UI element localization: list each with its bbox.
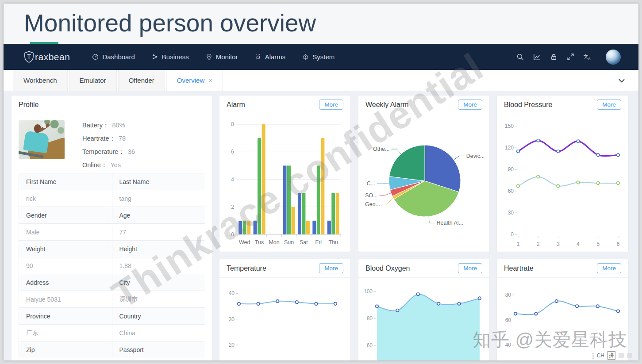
ime-language-bar[interactable]: CH 拼 bbox=[592, 351, 632, 360]
nav-item-label: Monitor bbox=[216, 53, 238, 61]
svg-text:2: 2 bbox=[231, 204, 234, 210]
blood-pressure-line-chart: 0306090120150123456 bbox=[500, 117, 624, 249]
more-button-blood-pressure[interactable]: More bbox=[597, 100, 621, 110]
dashboard-slide: Monitored person overview T raxbean Dash… bbox=[4, 4, 638, 360]
table-row: ProvinceCountry bbox=[19, 308, 205, 325]
svg-text:8: 8 bbox=[231, 121, 234, 127]
lock-icon[interactable] bbox=[550, 53, 557, 61]
nav-item-business[interactable]: Business bbox=[152, 53, 189, 61]
more-button-blood-oxygen[interactable]: More bbox=[458, 263, 482, 273]
tab-offender[interactable]: Offender bbox=[118, 70, 165, 91]
chevron-down-icon[interactable] bbox=[617, 76, 626, 85]
svg-text:20: 20 bbox=[229, 342, 235, 348]
svg-text:Mon: Mon bbox=[269, 239, 279, 245]
logo[interactable]: T raxbean bbox=[24, 51, 70, 63]
tab-bar: WorkbenchEmulatorOffenderOverview× bbox=[4, 70, 638, 91]
temperature-card-title: Temperature bbox=[227, 264, 266, 272]
tab-label: Workbench bbox=[23, 77, 57, 84]
profile-card-title: Profile bbox=[19, 101, 38, 109]
tab-emulator[interactable]: Emulator bbox=[69, 70, 117, 91]
ime-extra-icon[interactable] bbox=[627, 353, 632, 358]
nav-item-alarms[interactable]: Alarms bbox=[255, 53, 286, 61]
table-cell: City bbox=[112, 274, 205, 291]
profile-stat-temperature: Temperature：36 bbox=[82, 145, 135, 158]
ime-input-mode[interactable]: 拼 bbox=[607, 351, 615, 360]
table-cell: 深圳市 bbox=[112, 291, 205, 307]
table-row: Haiyue 5031深圳市 bbox=[19, 291, 205, 308]
fullscreen-icon[interactable] bbox=[567, 53, 574, 61]
nav-item-monitor[interactable]: Monitor bbox=[206, 53, 238, 61]
svg-text:4: 4 bbox=[231, 176, 234, 183]
svg-text:60: 60 bbox=[505, 317, 511, 323]
table-row: ricktang bbox=[19, 190, 205, 207]
nav-item-label: Alarms bbox=[265, 53, 286, 61]
nav-item-label: Business bbox=[162, 53, 189, 61]
table-cell: Zip bbox=[19, 341, 112, 358]
profile-stat-online: Online：Yes bbox=[82, 158, 135, 172]
line-chart-icon[interactable] bbox=[533, 53, 541, 61]
nav-item-label: Dashboard bbox=[102, 53, 135, 61]
alarm-card-title: Alarm bbox=[227, 101, 245, 109]
logo-text: raxbean bbox=[35, 52, 70, 62]
svg-text:3: 3 bbox=[557, 241, 560, 247]
svg-text:150: 150 bbox=[505, 123, 514, 129]
page-title: Monitored person overview bbox=[24, 9, 316, 37]
table-cell: Gender bbox=[19, 207, 112, 223]
svg-text:60: 60 bbox=[367, 342, 373, 349]
more-button-weekly-alarm[interactable]: More bbox=[458, 100, 482, 110]
navbar-menu: DashboardBusinessMonitorAlarmsSystem bbox=[92, 53, 334, 61]
table-cell: rick bbox=[19, 190, 112, 207]
table-cell: Height bbox=[112, 241, 205, 257]
tab-overview[interactable]: Overview× bbox=[166, 70, 223, 91]
tab-workbench[interactable]: Workbench bbox=[13, 70, 68, 91]
tab-label: Offender bbox=[129, 77, 154, 84]
svg-text:Sun: Sun bbox=[284, 239, 294, 245]
profile-table: First NameLast NamericktangGenderAgeMale… bbox=[19, 173, 205, 358]
more-button-temperature[interactable]: More bbox=[319, 263, 343, 273]
translate-icon[interactable]: 文A bbox=[584, 53, 591, 61]
search-icon[interactable] bbox=[516, 53, 524, 61]
profile-stat-battery: Battery：80% bbox=[82, 119, 135, 132]
tab-label: Emulator bbox=[80, 77, 106, 84]
table-row: First NameLast Name bbox=[19, 173, 205, 190]
svg-text:0: 0 bbox=[511, 231, 514, 238]
alarm-card: Alarm More 02468WedTusMonSunSatFriThu bbox=[219, 95, 351, 252]
more-button-alarm[interactable]: More bbox=[319, 100, 343, 110]
blood-oxygen-card-title: Blood Oxygen bbox=[365, 264, 410, 272]
svg-text:30: 30 bbox=[229, 316, 235, 322]
location-pin-icon bbox=[206, 54, 212, 60]
svg-text:C...: C... bbox=[367, 180, 375, 187]
svg-text:Devic...: Devic... bbox=[466, 153, 485, 159]
blood-pressure-card: Blood Pressure More 0306090120150123456 bbox=[496, 95, 629, 252]
ime-handle[interactable] bbox=[592, 353, 594, 359]
table-row: ZipPassport bbox=[19, 341, 205, 358]
ime-extra-icon[interactable] bbox=[619, 353, 624, 358]
business-icon bbox=[152, 54, 158, 60]
gear-icon bbox=[302, 54, 309, 60]
svg-text:T: T bbox=[27, 53, 31, 60]
nav-item-dashboard[interactable]: Dashboard bbox=[92, 53, 135, 61]
table-cell: Country bbox=[112, 308, 205, 324]
svg-text:5: 5 bbox=[596, 241, 600, 247]
nav-item-system[interactable]: System bbox=[302, 53, 334, 61]
watermark-bottom: 知乎 @关爱星科技 bbox=[473, 328, 627, 352]
gauge-icon bbox=[92, 54, 99, 60]
ime-lang[interactable]: CH bbox=[597, 353, 604, 359]
table-cell: Passport bbox=[112, 341, 205, 358]
avatar[interactable] bbox=[606, 50, 621, 65]
weekly-alarm-card: Weekly Alarm More Devic...Health Al...Ge… bbox=[358, 95, 490, 252]
svg-text:90: 90 bbox=[508, 166, 514, 172]
svg-text:Wed: Wed bbox=[239, 239, 250, 245]
close-icon[interactable]: × bbox=[208, 77, 212, 84]
svg-text:SO...: SO... bbox=[365, 192, 377, 199]
svg-text:0: 0 bbox=[231, 231, 234, 238]
table-row: 901.88 bbox=[19, 257, 205, 274]
more-button-heartrate[interactable]: More bbox=[597, 263, 621, 273]
logo-shield-icon: T bbox=[24, 51, 34, 63]
svg-text:80: 80 bbox=[367, 315, 373, 322]
blood-oxygen-area-chart: 406080100 bbox=[362, 281, 486, 360]
table-cell: First Name bbox=[19, 173, 112, 190]
table-cell: Age bbox=[112, 207, 205, 223]
temperature-line-chart: 203040 bbox=[224, 282, 342, 360]
svg-text:Fri: Fri bbox=[315, 239, 322, 245]
